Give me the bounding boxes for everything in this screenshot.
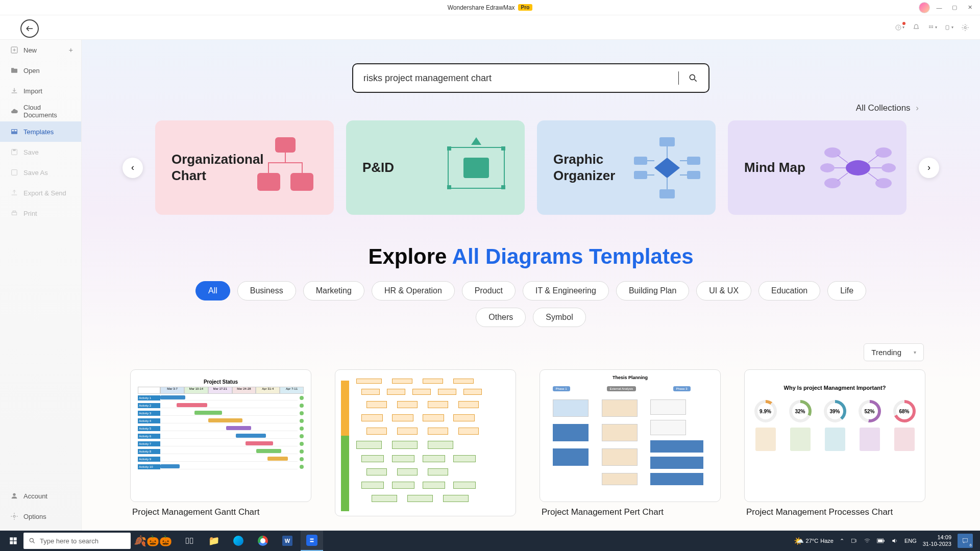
category-card-pid[interactable]: P&ID — [346, 120, 525, 215]
svg-rect-12 — [11, 68, 14, 69]
filter-pill[interactable]: Symbol — [533, 308, 585, 327]
category-label: P&ID — [362, 160, 394, 176]
folder-icon — [10, 66, 18, 74]
avatar[interactable] — [919, 2, 930, 13]
bell-icon[interactable] — [912, 23, 921, 32]
maximize-button[interactable]: ▢ — [948, 2, 961, 14]
search-icon — [29, 537, 36, 544]
search-input[interactable] — [363, 73, 669, 84]
sidebar-label: Options — [23, 513, 46, 520]
pro-badge: Pro — [518, 4, 533, 11]
filter-pill[interactable]: Product — [462, 281, 516, 300]
sidebar-item-open[interactable]: Open — [0, 60, 81, 81]
sort-dropdown[interactable]: Trending ▾ — [864, 343, 924, 361]
filter-pill[interactable]: Education — [758, 281, 820, 300]
filter-pill[interactable]: Building Plan — [616, 281, 689, 300]
template-title: Project Management Processes Chart — [744, 502, 925, 517]
svg-point-7 — [932, 27, 933, 28]
start-button[interactable] — [3, 531, 23, 551]
file-explorer-button[interactable]: 📁 — [203, 531, 225, 551]
taskbar-decoration: 🍂🎃🎃 — [134, 535, 172, 547]
taskbar-search[interactable]: Type here to search — [23, 533, 131, 549]
sidebar-item-import[interactable]: Import — [0, 81, 81, 101]
category-label: Mind Map — [744, 160, 805, 176]
add-icon[interactable]: + — [69, 46, 73, 54]
sidebar-label: Export & Send — [23, 189, 66, 197]
category-card-graphic-organizer[interactable]: Graphic Organizer — [537, 120, 716, 215]
weather-widget[interactable]: 🌤️ 27°C Haze — [794, 536, 834, 546]
template-title — [335, 516, 516, 521]
task-view-button[interactable] — [178, 531, 201, 551]
svg-rect-34 — [659, 137, 675, 146]
template-card[interactable]: Thesis Planning Phase 1 External Analysi… — [540, 369, 721, 521]
svg-point-45 — [820, 163, 835, 172]
filter-pill[interactable]: Marketing — [303, 281, 364, 300]
word-button[interactable]: W — [276, 531, 299, 551]
plus-square-icon — [10, 46, 18, 54]
template-grid: Project Status Mar 3-7Mar 10-14Mar 17-21… — [82, 366, 980, 521]
divider — [678, 71, 679, 85]
sidebar-item-account[interactable]: Account — [0, 486, 81, 506]
tray-chevron-icon[interactable]: ⌃ — [840, 538, 844, 544]
template-card[interactable]: Why Is project Managment Important? 9.9%… — [744, 369, 925, 521]
organizer-icon — [629, 132, 705, 204]
svg-rect-32 — [501, 185, 505, 189]
svg-point-44 — [875, 178, 892, 188]
sidebar-item-export: Export & Send — [0, 183, 81, 203]
sidebar-label: Save — [23, 148, 39, 156]
tray-meet-icon[interactable] — [850, 537, 857, 544]
close-button[interactable]: ✕ — [964, 2, 976, 14]
filter-pill[interactable]: Others — [476, 308, 526, 327]
sidebar-item-templates[interactable]: Templates — [0, 121, 81, 142]
all-collections-link[interactable]: All Collections › — [82, 103, 980, 120]
tray-language[interactable]: ENG — [904, 538, 917, 544]
search-button[interactable] — [688, 73, 698, 83]
sidebar-label: New — [23, 46, 37, 54]
svg-rect-35 — [659, 189, 675, 198]
filter-pill[interactable]: All — [195, 281, 230, 300]
arrow-left-icon — [25, 24, 34, 33]
template-thumbnail: Project Status Mar 3-7Mar 10-14Mar 17-21… — [130, 369, 311, 502]
category-card-org-chart[interactable]: Organizational Chart — [155, 120, 334, 215]
help-icon[interactable]: ? ▾ — [895, 23, 904, 32]
edge-button[interactable] — [227, 531, 250, 551]
sidebar-label: Templates — [23, 128, 54, 136]
template-card[interactable] — [335, 369, 516, 521]
svg-text:?: ? — [897, 26, 899, 29]
edrawmax-button[interactable] — [301, 531, 323, 551]
template-card[interactable]: Project Status Mar 3-7Mar 10-14Mar 17-21… — [130, 369, 311, 521]
tray-battery-icon[interactable] — [877, 538, 885, 544]
tray-wifi-icon[interactable] — [864, 537, 871, 544]
filter-pill[interactable]: HR & Operation — [372, 281, 455, 300]
tray-clock[interactable]: 14:09 31-10-2023 — [923, 534, 951, 547]
minimize-button[interactable]: — — [933, 2, 945, 14]
category-label: Graphic Organizer — [553, 152, 633, 183]
sidebar-item-new[interactable]: New + — [0, 40, 81, 60]
svg-rect-54 — [851, 539, 855, 543]
back-button[interactable] — [20, 19, 39, 38]
apps-icon[interactable]: ▾ — [928, 23, 937, 32]
gear-icon[interactable] — [961, 23, 970, 32]
svg-point-5 — [929, 27, 930, 28]
svg-point-6 — [930, 27, 932, 28]
sort-label: Trending — [871, 348, 901, 357]
carousel-prev-button[interactable]: ‹ — [122, 158, 143, 178]
sidebar-item-cloud[interactable]: Cloud Documents — [0, 101, 81, 121]
chrome-button[interactable] — [252, 531, 274, 551]
svg-point-46 — [881, 163, 896, 172]
carousel-next-button[interactable]: › — [919, 158, 939, 178]
svg-rect-18 — [12, 170, 17, 176]
notification-button[interactable]: 6 — [958, 534, 973, 548]
save-icon — [10, 148, 18, 156]
svg-point-9 — [964, 27, 966, 29]
filter-pill[interactable]: IT & Engineering — [523, 281, 609, 300]
clipboard-icon[interactable]: ▾ — [944, 23, 953, 32]
svg-rect-50 — [14, 541, 17, 544]
tray-volume-icon[interactable] — [891, 537, 898, 544]
category-card-mind-map[interactable]: Mind Map — [728, 120, 906, 215]
filter-pill[interactable]: Business — [237, 281, 296, 300]
filter-pill[interactable]: Life — [827, 281, 866, 300]
filter-pill[interactable]: UI & UX — [696, 281, 751, 300]
sidebar-item-options[interactable]: Options — [0, 506, 81, 527]
svg-rect-38 — [634, 171, 647, 179]
